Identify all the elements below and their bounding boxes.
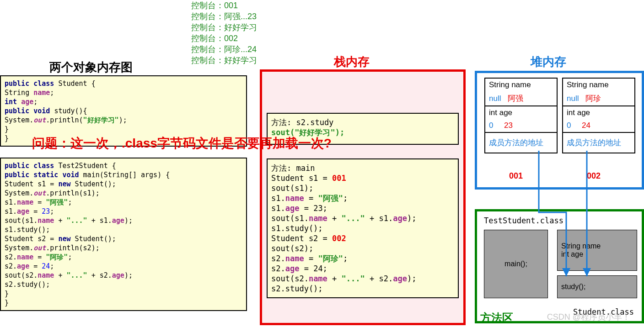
method-area-title: 方法区 <box>480 311 513 325</box>
stack-title: 栈内存 <box>334 54 370 70</box>
stack-memory: 方法: s2.study sout("好好学习"); 方法: main Stud… <box>260 69 466 325</box>
stack-frame-main: 方法: main Student s1 = 001 sout(s1); s1.n… <box>267 158 459 298</box>
console-line: 控制台：002 <box>191 33 257 44</box>
code-test-class: public class Test2Student { public stati… <box>0 158 247 311</box>
console-line: 控制台：阿珍...24 <box>191 44 257 55</box>
console-line: 控制台：阿强...23 <box>191 11 257 22</box>
console-output: 控制台：001 控制台：阿强...23 控制台：好好学习 控制台：002 控制台… <box>191 0 257 66</box>
question-text: 问题：这一次，.class字节码文件是否要再加载一次? <box>32 135 332 152</box>
object-s2: String name null 阿珍 int age 0 24 成员方法的地址 <box>562 78 635 153</box>
watermark: CSDN @程序员小羊！ <box>547 311 630 322</box>
console-line: 控制台：好好学习 <box>191 55 257 66</box>
console-line: 控制台：好好学习 <box>191 22 257 33</box>
console-line: 控制台：001 <box>191 0 257 11</box>
object-s1: String name null 阿强 int age 0 23 成员方法的地址 <box>484 78 558 153</box>
diagram-title: 两个对象内存图 <box>49 59 133 75</box>
heap-title: 堆内存 <box>531 54 566 70</box>
arrows <box>475 151 644 283</box>
